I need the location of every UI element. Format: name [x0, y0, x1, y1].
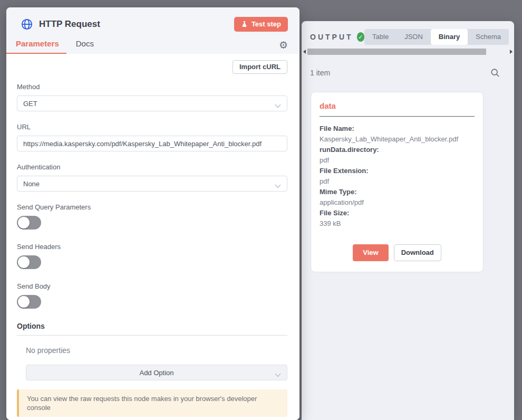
chevron-down-icon — [275, 102, 281, 110]
horizontal-scrollbar[interactable] — [302, 49, 514, 55]
search-icon[interactable] — [490, 68, 500, 78]
output-tab-bar: Table JSON Binary Schema — [364, 29, 509, 45]
authentication-select[interactable]: None — [17, 176, 287, 192]
property-key: Mime Type: — [320, 187, 475, 197]
test-step-button[interactable]: Test step — [234, 17, 288, 32]
send-query-parameters-label: Send Query Parameters — [17, 203, 287, 211]
developer-console-notice: You can view the raw requests this node … — [17, 389, 287, 417]
property-key: File Extension: — [320, 166, 475, 176]
binary-data-card: data File Name: Kaspersky_Lab_Whitepaper… — [311, 92, 484, 272]
url-input[interactable] — [17, 136, 287, 151]
node-title: HTTP Request — [39, 19, 100, 30]
property-value: Kaspersky_Lab_Whitepaper_Anti_blocker.pd… — [320, 134, 475, 145]
toggle-knob — [18, 296, 30, 308]
view-button[interactable]: View — [353, 244, 388, 261]
tab-schema[interactable]: Schema — [468, 29, 509, 45]
toggle-knob — [18, 256, 30, 268]
send-body-toggle[interactable] — [17, 295, 41, 309]
chevron-down-icon — [275, 182, 281, 190]
add-option-button[interactable]: Add Option — [26, 365, 287, 380]
scrollbar-track[interactable] — [307, 49, 508, 55]
check-circle-icon: ✓ — [357, 32, 365, 42]
tab-parameters[interactable]: Parameters — [6, 37, 66, 54]
output-panel: OUTPUT ✓ Table JSON Binary Schema 1 item… — [302, 21, 514, 420]
toggle-knob — [18, 217, 30, 228]
property-key: runData.directory: — [320, 145, 475, 155]
import-curl-button[interactable]: Import cURL — [233, 60, 287, 74]
property-key: File Size: — [320, 208, 475, 218]
http-request-node-panel: HTTP Request Test step Parameters Docs ⚙… — [6, 7, 299, 420]
property-value: pdf — [320, 176, 475, 187]
card-divider — [320, 116, 475, 117]
flask-icon — [241, 21, 248, 27]
property-key: File Name: — [320, 123, 475, 134]
scroll-right-arrow-icon[interactable] — [510, 50, 513, 54]
send-query-parameters-toggle[interactable] — [17, 216, 41, 230]
send-body-label: Send Body — [17, 282, 287, 290]
binary-key-title: data — [320, 101, 475, 110]
chevron-down-icon — [275, 371, 281, 379]
options-section-title: Options — [17, 322, 287, 336]
tab-binary[interactable]: Binary — [431, 29, 468, 45]
property-value: application/pdf — [320, 197, 475, 208]
method-value: GET — [23, 100, 37, 108]
tab-table[interactable]: Table — [364, 29, 397, 45]
authentication-value: None — [23, 180, 40, 188]
globe-icon — [21, 18, 33, 30]
node-parameters-body: Import cURL Method GET URL Authenticatio… — [6, 54, 299, 420]
send-headers-label: Send Headers — [17, 243, 287, 251]
property-value: pdf — [320, 155, 475, 166]
send-headers-toggle[interactable] — [17, 255, 41, 269]
scrollbar-thumb[interactable] — [307, 49, 486, 55]
method-label: Method — [17, 83, 287, 91]
no-properties-text: No properties — [26, 346, 287, 355]
node-tab-bar: Parameters Docs ⚙ — [6, 37, 299, 54]
tab-json[interactable]: JSON — [397, 29, 431, 45]
property-value: 339 kB — [320, 218, 475, 229]
node-panel-header: HTTP Request Test step Parameters Docs ⚙ — [6, 7, 299, 54]
authentication-label: Authentication — [17, 163, 287, 171]
url-label: URL — [17, 123, 287, 131]
scroll-left-arrow-icon[interactable] — [303, 50, 306, 54]
items-count: 1 item — [310, 69, 330, 77]
download-button[interactable]: Download — [394, 244, 441, 261]
method-select[interactable]: GET — [17, 96, 287, 111]
tab-docs[interactable]: Docs — [66, 37, 101, 54]
gear-icon[interactable]: ⚙ — [279, 40, 288, 50]
output-title: OUTPUT — [310, 33, 353, 41]
